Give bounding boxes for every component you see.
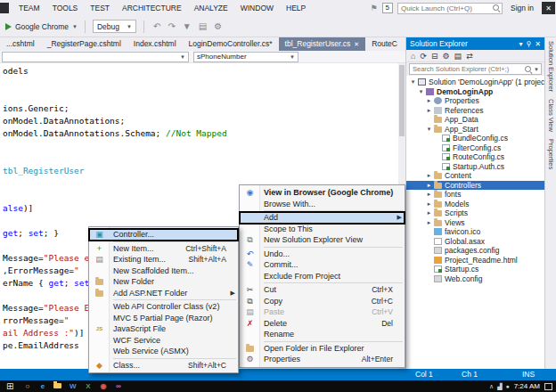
tree-item-project-readme-html[interactable]: Project_Readme.html xyxy=(406,256,544,265)
tree-item-startup-auth-cs[interactable]: Startup.Auth.cs xyxy=(406,162,544,172)
menu-item-existing-item[interactable]: ▤Existing Item...Shift+Alt+A xyxy=(89,254,238,265)
expander-icon[interactable]: ▸ xyxy=(425,172,433,179)
menu-item-properties[interactable]: ⚙PropertiesAlt+Enter xyxy=(240,354,405,365)
menu-item-javascript-file[interactable]: JSJavaScript File xyxy=(89,323,238,335)
menu-item-commit[interactable]: ✎Commit... xyxy=(240,259,405,271)
side-tab-solution-explorer[interactable]: Solution Explorer xyxy=(547,41,555,92)
expander-icon[interactable]: ▸ xyxy=(425,191,433,198)
menu-item-copy[interactable]: ⧉CopyCtrl+C xyxy=(240,296,405,307)
menu-item-new-scaffolded-item[interactable]: New Scaffolded Item... xyxy=(89,265,238,277)
action-center-icon[interactable] xyxy=(544,383,552,390)
menu-item-web-api-controller-class-v2[interactable]: Web API Controller Class (v2) xyxy=(89,301,238,313)
menu-item-new-item[interactable]: +New Item...Ctrl+Shift+A xyxy=(89,243,238,255)
side-tab-properties[interactable]: Properties xyxy=(547,139,555,169)
menu-tools[interactable]: TOOLS xyxy=(46,0,85,16)
menu-item-new-folder[interactable]: New Folder xyxy=(89,276,238,288)
close-tab-icon[interactable]: ✕ xyxy=(354,37,359,51)
taskbar-app-file-explorer[interactable] xyxy=(50,380,65,392)
taskbar-app-chrome[interactable]: ◉ xyxy=(95,380,110,392)
flag-icon[interactable]: ⚑ xyxy=(370,4,377,12)
tree-item-packages-config[interactable]: packages.config xyxy=(406,246,544,256)
taskbar-app-visual-studio[interactable]: ∞ xyxy=(110,380,126,392)
tree-item-content[interactable]: ▸Content xyxy=(406,171,544,181)
taskbar-app-search[interactable]: ○ xyxy=(20,380,35,392)
expander-icon[interactable]: ▸ xyxy=(425,200,433,208)
tree-item-global-asax[interactable]: Global.asax xyxy=(406,237,544,247)
menu-item-cut[interactable]: ✂CutCtrl+X xyxy=(240,284,405,296)
configuration-dropdown[interactable]: Debug ▼ xyxy=(93,20,136,33)
tree-item-bundleconfig-cs[interactable]: BundleConfig.cs xyxy=(406,134,544,143)
menu-item-add-asp-net-folder[interactable]: Add ASP.NET Folder▶ xyxy=(89,288,238,299)
menu-item-open-folder-in-file-explorer[interactable]: Open Folder in File Explorer xyxy=(240,343,405,355)
sign-in-link[interactable]: Sign in xyxy=(507,4,537,12)
solution-explorer-title-bar[interactable]: Solution Explorer ▾⚲✕ xyxy=(406,37,544,50)
undo-icon[interactable]: ↶ xyxy=(151,21,162,31)
taskbar-app-excel[interactable]: X xyxy=(80,380,95,392)
clock[interactable]: 7:24 AM xyxy=(514,382,540,390)
expander-icon[interactable]: ▸ xyxy=(425,209,433,216)
tree-item-views[interactable]: ▸Views xyxy=(406,218,544,228)
menu-item-exclude-from-project[interactable]: Exclude From Project xyxy=(240,271,405,282)
tree-item-app-data[interactable]: App_Data xyxy=(406,115,544,125)
start-button-icon[interactable]: ⊞ xyxy=(0,381,20,391)
options-icon[interactable]: ⚙ xyxy=(212,21,224,31)
expander-icon[interactable]: ▾ xyxy=(425,126,433,133)
expander-icon[interactable]: ▸ xyxy=(425,97,433,104)
menu-item-class[interactable]: ◆Class...Shift+Alt+C xyxy=(89,360,238,372)
collapse-all-icon[interactable]: ⊟ xyxy=(431,52,438,61)
expander-icon[interactable]: ▸ xyxy=(425,182,433,189)
tree-item-properties[interactable]: ▸Properties xyxy=(406,96,544,106)
menu-item-new-solution-explorer-view[interactable]: ⧉New Solution Explorer View xyxy=(240,234,405,246)
tree-item-scripts[interactable]: ▸Scripts xyxy=(406,208,544,218)
side-tab-class-view[interactable]: Class View xyxy=(547,99,555,132)
tree-item-web-config[interactable]: Web.config xyxy=(406,274,544,284)
run-target-dropdown-icon[interactable]: ▼ xyxy=(72,24,78,29)
menu-window[interactable]: WINDOW xyxy=(234,0,280,16)
save-icon[interactable]: ▼ xyxy=(181,21,193,31)
run-target-label[interactable]: Google Chrome xyxy=(15,22,69,31)
tree-item-controllers[interactable]: ▸Controllers xyxy=(406,181,544,191)
tree-item-filterconfig-cs[interactable]: FilterConfig.cs xyxy=(406,143,544,153)
menu-item-wcf-service[interactable]: WCF Service xyxy=(89,335,238,347)
refresh-icon[interactable]: ⟳ xyxy=(420,52,427,61)
close-icon[interactable]: ✕ xyxy=(535,40,541,48)
chevron-down-icon[interactable]: ▼ xyxy=(534,67,541,72)
document-tab-routec[interactable]: RouteC xyxy=(365,37,404,51)
menu-item-scope-to-this[interactable]: Scope to This xyxy=(240,224,405,235)
menu-item-mvc-5-partial-page-razor[interactable]: MVC 5 Partial Page (Razor) xyxy=(89,313,238,324)
tree-item-app-start[interactable]: ▾App_Start xyxy=(406,125,544,135)
menu-analyze[interactable]: ANALYZE xyxy=(188,0,234,16)
tree-item-fonts[interactable]: ▸fonts xyxy=(406,190,544,200)
taskbar-app-word[interactable]: W xyxy=(65,380,80,392)
tree-item-demologinapp[interactable]: ▾DemoLoginApp xyxy=(406,87,544,97)
document-tab-tbl-registeruser-cs[interactable]: tbl_RegisterUser.cs✕ xyxy=(279,37,366,51)
menu-item-undo[interactable]: ↶Undo... xyxy=(240,249,405,260)
document-tab-registerpage-cshtml[interactable]: _RegisterPage.cshtml xyxy=(41,37,127,51)
document-tab-logindemocontroller-cs[interactable]: LoginDemoController.cs* xyxy=(183,37,279,51)
feedback-badge[interactable]: 5 xyxy=(382,3,393,13)
scrollbar-thumb[interactable] xyxy=(399,65,405,136)
expander-icon[interactable]: ▾ xyxy=(409,78,417,86)
home-icon[interactable]: ⌂ xyxy=(411,52,415,61)
tree-item-startup-cs[interactable]: Startup.cs xyxy=(406,265,544,274)
document-tab-index-cshtml[interactable]: Index.cshtml xyxy=(127,37,183,51)
quick-launch[interactable] xyxy=(397,3,503,14)
show-output-icon[interactable]: ▤ xyxy=(197,21,208,31)
tree-item-routeconfig-cs[interactable]: RouteConfig.cs xyxy=(406,152,544,162)
redo-icon[interactable]: ↷ xyxy=(166,21,176,31)
show-all-files-icon[interactable]: ▤ xyxy=(454,52,462,61)
tray-chevron-icon[interactable]: ∧ xyxy=(489,383,494,390)
tree-item-references[interactable]: ▸References xyxy=(406,106,544,116)
menu-item-browse-with[interactable]: Browse With... xyxy=(240,199,405,210)
search-box[interactable]: ▼ xyxy=(409,63,542,75)
menu-item-add[interactable]: Add▶ xyxy=(240,212,405,224)
menu-item-delete[interactable]: ✗DeleteDel xyxy=(240,318,405,330)
start-debug-icon[interactable] xyxy=(5,23,12,30)
class-dropdown[interactable]: ▼ xyxy=(2,52,189,62)
properties-icon[interactable]: ⚙ xyxy=(443,52,450,61)
expander-icon[interactable]: ▸ xyxy=(425,107,433,114)
document-tab-cshtml[interactable]: ...cshtml xyxy=(0,37,41,51)
tree-item-favicon-ico[interactable]: favicon.ico xyxy=(406,227,544,237)
menu-item-web-service-asmx[interactable]: Web Service (ASMX) xyxy=(89,346,238,357)
menu-team[interactable]: TEAM xyxy=(12,0,46,16)
